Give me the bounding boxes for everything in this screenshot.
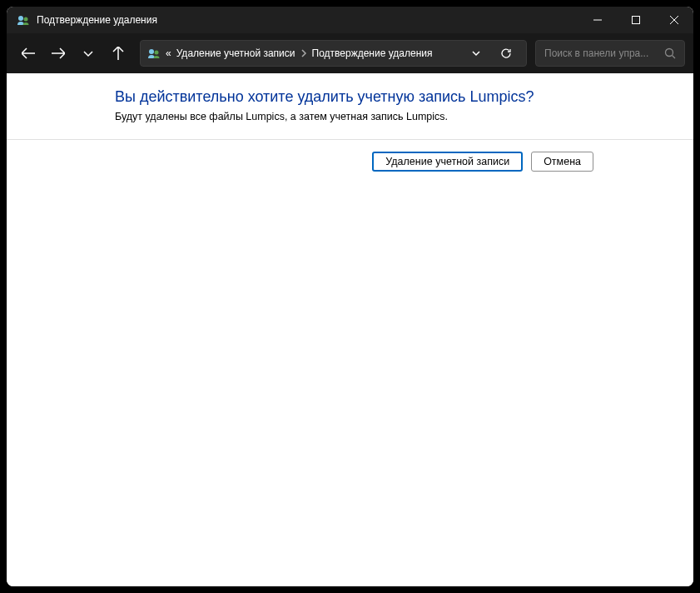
button-row: Удаление учетной записи Отмена — [7, 152, 693, 172]
search-placeholder: Поиск в панели упра... — [544, 47, 648, 59]
up-button[interactable] — [105, 40, 132, 67]
chevron-right-icon — [300, 49, 307, 57]
refresh-button[interactable] — [493, 47, 519, 59]
svg-point-0 — [18, 16, 23, 21]
close-button[interactable] — [655, 7, 693, 33]
user-accounts-icon — [147, 47, 161, 60]
page-heading: Вы действительно хотите удалить учетную … — [115, 88, 677, 106]
breadcrumb-part2[interactable]: Подтверждение удаления — [312, 47, 433, 59]
breadcrumb-part1[interactable]: Удаление учетной записи — [176, 47, 295, 59]
divider — [7, 139, 693, 140]
user-accounts-icon — [17, 13, 30, 27]
titlebar-left: Подтверждение удаления — [17, 13, 157, 27]
page-description: Будут удалены все файлы Lumpics, а затем… — [115, 111, 677, 122]
window: Подтверждение удаления — [7, 7, 693, 586]
delete-account-button[interactable]: Удаление учетной записи — [372, 152, 523, 172]
address-bar[interactable]: « Удаление учетной записи Подтверждение … — [140, 40, 527, 67]
window-title: Подтверждение удаления — [37, 14, 157, 26]
svg-point-3 — [149, 49, 154, 54]
titlebar-controls — [578, 7, 693, 33]
back-button[interactable] — [15, 40, 42, 67]
content-area: Вы действительно хотите удалить учетную … — [7, 73, 693, 586]
search-icon — [664, 47, 676, 59]
maximize-button[interactable] — [617, 7, 655, 33]
svg-point-4 — [155, 51, 159, 55]
search-input[interactable]: Поиск в панели упра... — [535, 40, 685, 67]
address-dropdown-button[interactable] — [464, 49, 488, 57]
recent-dropdown-button[interactable] — [75, 40, 102, 67]
breadcrumb-prefix: « — [166, 47, 171, 59]
svg-point-1 — [24, 17, 28, 22]
svg-point-5 — [666, 49, 673, 57]
forward-button[interactable] — [45, 40, 72, 67]
titlebar: Подтверждение удаления — [7, 7, 693, 33]
minimize-button[interactable] — [578, 7, 617, 33]
cancel-button[interactable]: Отмена — [531, 152, 593, 172]
navbar: « Удаление учетной записи Подтверждение … — [7, 33, 693, 73]
svg-rect-2 — [633, 17, 640, 24]
